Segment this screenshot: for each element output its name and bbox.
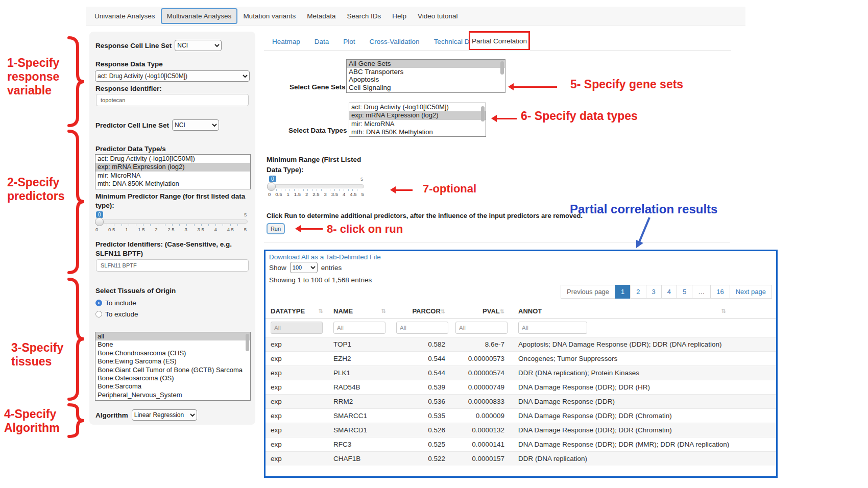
tab-heatmap[interactable]: Heatmap [272,38,300,45]
page-button-16[interactable]: 16 [710,285,730,299]
min-range-slider-handle[interactable] [267,182,276,191]
gene-set-option[interactable]: ABC Transporters [347,68,505,76]
algorithm-select[interactable]: Linear Regression [132,409,197,421]
col-annot[interactable]: ANNOT [518,307,542,315]
gene-set-option[interactable]: Cell Signaling [347,84,505,92]
col-name[interactable]: NAME [333,307,353,315]
cell-annot: DDR (DNA replication) [510,452,776,466]
predictor-cell-line-set-select[interactable]: NCI [172,119,219,131]
tissue-include-radio[interactable] [95,300,102,306]
col-pval[interactable]: PVAL [483,307,500,315]
previous-page-button[interactable]: Previous page [561,285,615,299]
data-type-option-selected[interactable]: exp: mRNA Expression (log2) [349,111,486,119]
sort-icon[interactable]: ⇅ [721,308,726,314]
cell-name: CHAF1B [328,452,391,466]
predictor-data-type-option[interactable]: mir: MicroRNA [95,172,250,180]
tissue-option[interactable]: Bone:Sarcoma [95,382,250,391]
nav-search-ids[interactable]: Search IDs [341,8,387,24]
cell-annot: DNA Damage Response (DDR); DDR (Chromati… [510,409,776,423]
sort-icon[interactable]: ⇅ [441,308,445,315]
tissue-exclude-radio[interactable] [95,311,102,318]
tab-plot[interactable]: Plot [343,38,355,45]
tissue-option[interactable]: Bone:Ewing Sarcoma (ES) [95,357,250,365]
page-button-3[interactable]: 3 [646,285,662,299]
tab-cross-validation[interactable]: Cross-Validation [370,38,420,45]
tissue-option-selected[interactable]: all [95,332,250,340]
min-predictor-range-slider-track[interactable] [97,219,248,224]
predictor-data-type-option-selected[interactable]: exp: mRNA Expression (log2) [95,163,250,171]
tissue-option[interactable]: Bone:Chondrosarcoma (CHS) [95,349,250,357]
table-row[interactable]: exp SMARCD1 0.526 0.0000132 DNA Damage R… [266,423,776,437]
table-row[interactable]: exp RFC3 0.525 0.0000141 DNA Damage Resp… [266,437,776,452]
algorithm-label: Algorithm [95,411,128,419]
gene-set-option[interactable]: Apoptosis [347,76,505,84]
download-link[interactable]: Download All as a Tab-Delimited File [269,253,381,261]
col-datatype[interactable]: DATATYPE [271,307,305,315]
data-types-scrollbar[interactable] [481,106,485,121]
cell-pval: 0.00000574 [450,366,510,380]
cell-parcor: 0.526 [391,423,450,437]
nav-multivariate-analyses[interactable]: Multivariate Analyses [161,8,238,24]
min-predictor-range-slider-handle[interactable] [95,217,104,226]
gene-sets-label: Select Gene Sets [290,83,346,91]
data-type-option[interactable]: mth: DNA 850K Methylation [349,128,486,136]
filter-parcor[interactable] [396,322,448,334]
tissue-option[interactable]: Bone:Osteosarcoma (OS) [95,374,250,382]
tissue-origin-label: Select Tissue/s of Origin [95,287,176,295]
tabs-divider [264,50,731,51]
filter-datatype[interactable] [271,322,323,334]
table-row[interactable]: exp PLK1 0.544 0.00000574 DDR (DNA repli… [266,366,776,380]
filter-name[interactable] [333,322,385,334]
sort-icon[interactable]: ⇅ [319,308,323,314]
filter-annot[interactable] [518,322,587,334]
page-button-1[interactable]: 1 [615,285,631,299]
nav-help[interactable]: Help [387,8,412,24]
min-predictor-range-max-label: 5 [244,212,247,217]
nav-video-tutorial[interactable]: Video tutorial [412,8,464,24]
cell-pval: 0.0000141 [450,437,510,452]
tissue-include-label: To include [105,299,136,307]
response-data-type-select[interactable]: act: Drug Activity (-log10[IC50M]) [95,70,250,82]
brace-step4 [64,403,86,438]
page-size-select[interactable]: 100 [290,262,318,273]
table-row[interactable]: exp CHAF1B 0.522 0.0000157 DDR (DNA repl… [266,452,776,466]
page-button-5[interactable]: 5 [677,285,692,299]
response-cell-line-set-select[interactable]: NCI [175,40,222,51]
filter-pval[interactable] [455,322,508,334]
predictor-identifiers-input[interactable] [96,259,249,272]
gene-sets-scrollbar[interactable] [500,61,504,75]
gene-set-option-selected[interactable]: All Gene Sets [347,60,505,68]
sort-icon[interactable]: ⇅ [381,308,386,314]
predictor-data-type-option[interactable]: act: Drug Activity (-log10[IC50M]) [95,155,250,163]
min-range-slider-track[interactable] [269,184,364,188]
tissue-option[interactable]: Bone:Giant Cell Tumor of Bone (GCTB) Sar… [95,366,250,374]
table-row[interactable]: exp RRM2 0.536 0.00000833 DNA Damage Res… [266,395,776,409]
response-identifier-input[interactable] [96,94,249,106]
data-type-option[interactable]: mir: MicroRNA [349,120,486,128]
col-parcor[interactable]: PARCOR [412,307,440,315]
run-button[interactable]: Run [267,223,285,234]
tissue-option[interactable]: Bone [95,340,250,349]
response-cell-line-set-label: Response Cell Line Set [95,42,172,50]
predictor-data-type-option[interactable]: mth: DNA 850K Methylation [95,180,250,188]
tab-partial-correlation[interactable]: Partial Correlation [472,37,527,45]
nav-metadata[interactable]: Metadata [301,8,341,24]
response-data-type-label: Response Data Type [95,60,163,68]
page-button-2[interactable]: 2 [630,285,646,299]
nav-univariate-analyses[interactable]: Univariate Analyses [89,8,161,24]
showing-summary: Showing 1 to 100 of 1,568 entries [269,276,372,284]
tissue-list-scrollbar[interactable] [246,334,249,351]
nav-mutation-variants[interactable]: Mutation variants [237,8,301,24]
cell-name: RRM2 [328,395,391,409]
sort-icon[interactable]: ⇅ [500,308,504,315]
table-row[interactable]: exp RAD54B 0.539 0.00000749 DNA Damage R… [266,380,776,395]
table-row[interactable]: exp EZH2 0.544 0.00000573 Oncogenes; Tum… [266,352,776,366]
tab-data[interactable]: Data [315,38,329,45]
next-page-button[interactable]: Next page [730,285,772,299]
entries-label: entries [321,264,342,272]
data-type-option[interactable]: act: Drug Activity (-log10[IC50M]) [349,103,486,111]
table-row[interactable]: exp TOP1 0.582 8.6e-7 Apoptosis; DNA Dam… [266,337,776,352]
tissue-option[interactable]: Peripheral_Nervous_System [95,391,250,399]
table-row[interactable]: exp SMARCC1 0.535 0.000009 DNA Damage Re… [266,409,776,423]
page-button-4[interactable]: 4 [661,285,677,299]
